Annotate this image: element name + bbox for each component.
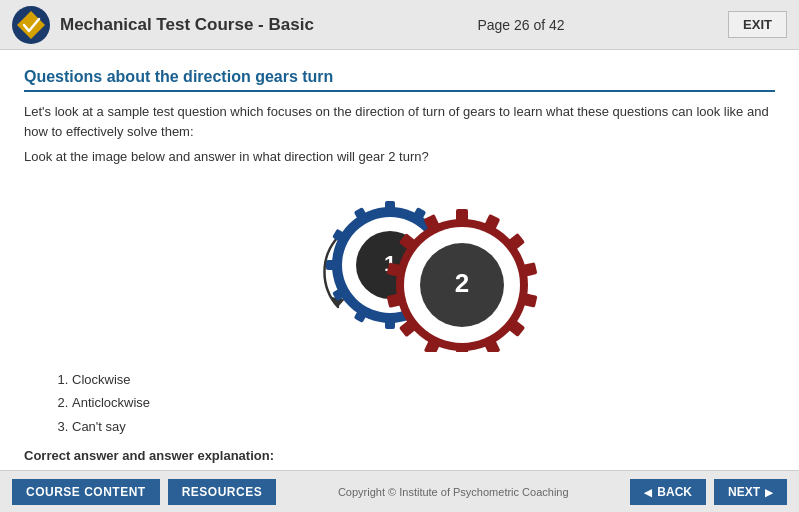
svg-rect-11 [385, 315, 395, 329]
header: Mechanical Test Course - Basic Page 26 o… [0, 0, 799, 50]
footer-copyright: Copyright © Institute of Psychometric Co… [338, 486, 569, 498]
intro-text: Let's look at a sample test question whi… [24, 102, 775, 141]
answers-ordered-list: ClockwiseAnticlockwiseCan't say [54, 368, 775, 438]
gears-illustration: 1 [24, 174, 775, 354]
correct-answer-label: Correct answer and answer explanation: [24, 448, 775, 463]
answer-item: Anticlockwise [72, 391, 775, 414]
next-button[interactable]: NEXT [714, 479, 787, 505]
header-title: Mechanical Test Course - Basic [60, 15, 314, 35]
header-left: Mechanical Test Course - Basic [12, 6, 314, 44]
exit-button[interactable]: EXIT [728, 11, 787, 38]
footer-right: BACK NEXT [630, 479, 787, 505]
svg-text:2: 2 [454, 268, 468, 298]
back-label: BACK [657, 485, 692, 499]
answer-item: Clockwise [72, 368, 775, 391]
section-title: Questions about the direction gears turn [24, 68, 775, 92]
header-right: EXIT [728, 11, 787, 38]
next-arrow-icon [765, 485, 773, 499]
next-label: NEXT [728, 485, 760, 499]
answers-list: ClockwiseAnticlockwiseCan't say [54, 368, 775, 438]
gears-svg: 1 [230, 177, 570, 352]
resources-button[interactable]: RESOURCES [168, 479, 277, 505]
header-center: Page 26 of 42 [477, 17, 564, 33]
answer-item: Can't say [72, 415, 775, 438]
svg-rect-21 [456, 209, 468, 224]
question-text: Look at the image below and answer in wh… [24, 149, 775, 164]
svg-rect-5 [385, 201, 395, 215]
main-content: Questions about the direction gears turn… [0, 50, 799, 470]
page-indicator: Page 26 of 42 [477, 17, 564, 33]
svg-rect-28 [456, 345, 468, 351]
back-arrow-icon [644, 485, 652, 499]
logo [12, 6, 50, 44]
footer: COURSE CONTENT RESOURCES Copyright © Ins… [0, 470, 799, 512]
svg-rect-14 [326, 260, 340, 270]
back-button[interactable]: BACK [630, 479, 706, 505]
course-content-button[interactable]: COURSE CONTENT [12, 479, 160, 505]
footer-left: COURSE CONTENT RESOURCES [12, 479, 276, 505]
